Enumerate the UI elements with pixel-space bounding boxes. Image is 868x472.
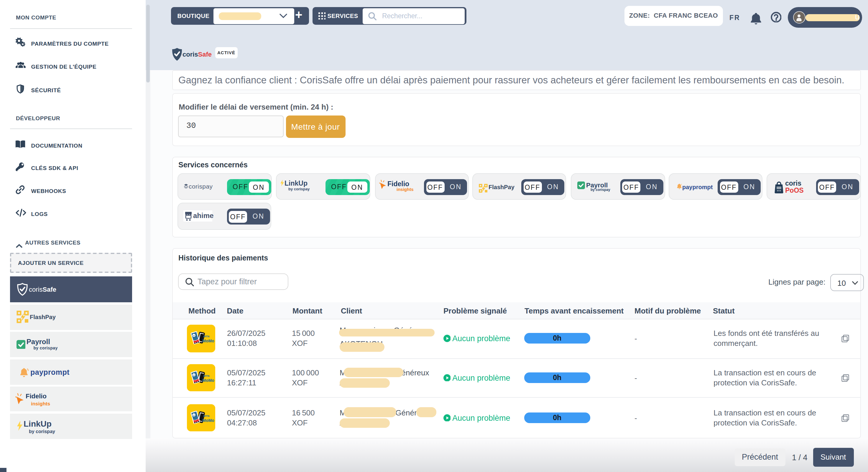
svg-text:MTN: MTN (203, 334, 209, 338)
svg-text:MoMo: MoMo (202, 418, 214, 423)
svg-text:MTN: MTN (203, 374, 209, 377)
svg-text:MTN: MTN (203, 414, 209, 417)
svg-text:MoMo: MoMo (202, 378, 214, 382)
svg-text:MoMo: MoMo (202, 338, 214, 343)
